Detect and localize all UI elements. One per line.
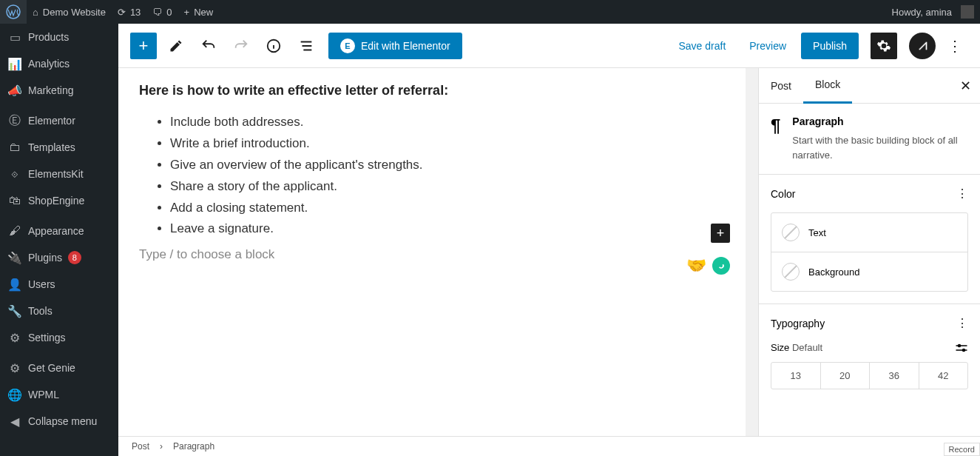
size-preset-13[interactable]: 13 (771, 363, 820, 389)
astra-button[interactable]: ⩘ (909, 33, 936, 59)
outline-button[interactable] (293, 33, 320, 59)
sidebar-item-label: ShopEngine (28, 195, 84, 207)
size-preset-36[interactable]: 36 (869, 363, 919, 389)
collapse-icon: ◀ (7, 414, 22, 429)
wrench-icon: 🔧 (7, 304, 22, 318)
redo-button[interactable] (228, 33, 254, 59)
sidebar-item-label: Tools (28, 305, 53, 317)
edit-with-elementor-button[interactable]: EEdit with Elementor (328, 33, 462, 59)
sidebar-item-elementskit[interactable]: ⟐ElementsKit (0, 161, 118, 187)
list-item[interactable]: Include both addresses. (170, 112, 737, 133)
sidebar-item-label: Templates (28, 141, 75, 153)
list-item[interactable]: Write a brief introduction. (170, 133, 737, 155)
text-color-swatch (782, 224, 800, 241)
record-label: Record (944, 443, 980, 456)
sidebar-item-templates[interactable]: 🗀Templates (0, 134, 118, 161)
tools-button[interactable] (163, 33, 189, 59)
sidebar-item-label: ElementsKit (28, 168, 84, 180)
sidebar-item-collapse-menu[interactable]: ◀Collapse menu (0, 408, 118, 435)
editor-topbar: + EEdit with Elementor Save draft Previe… (118, 24, 980, 68)
sidebar-item-products[interactable]: ▭Products (0, 24, 118, 50)
sidebar-item-label: Settings (28, 332, 66, 343)
chevron-right-icon: › (160, 441, 163, 452)
content-list[interactable]: Include both addresses.Write a brief int… (139, 112, 737, 240)
site-name-link[interactable]: ⌂Demo Website (27, 0, 112, 24)
comment-icon: 🗨 (152, 7, 162, 18)
size-custom-button[interactable] (955, 343, 968, 353)
sidebar-item-settings[interactable]: ⚙Settings (0, 324, 118, 351)
inspector-panel: Post Block ✕ ¶ Paragraph Start with the … (758, 68, 980, 436)
grammarly-icon[interactable] (712, 257, 730, 275)
sidebar-item-label: Plugins (28, 252, 62, 264)
sidebar-item-label: Marketing (28, 84, 73, 96)
tab-block[interactable]: Block (803, 68, 852, 104)
sidebar-item-marketing[interactable]: 📣Marketing (0, 77, 118, 104)
size-preset-42[interactable]: 42 (919, 363, 968, 389)
comments-link[interactable]: 🗨0 (146, 0, 178, 24)
sidebar-item-label: Get Genie (28, 362, 75, 374)
sidebar-item-analytics[interactable]: 📊Analytics (0, 50, 118, 77)
sidebar-item-appearance[interactable]: 🖌Appearance (0, 218, 118, 244)
size-preset-20[interactable]: 20 (820, 363, 870, 389)
list-item[interactable]: Add a closing statement. (170, 198, 737, 219)
sidebar-item-label: Elementor (28, 115, 75, 127)
svg-point-2 (959, 344, 961, 346)
size-presets: 13203642 (771, 362, 968, 389)
tab-post[interactable]: Post (759, 68, 803, 104)
save-draft-button[interactable]: Save draft (669, 40, 734, 52)
block-placeholder[interactable]: Type / to choose a block (139, 247, 737, 262)
info-button[interactable] (260, 33, 287, 59)
wp-logo[interactable] (0, 0, 27, 24)
elementor-icon: E (340, 38, 355, 53)
sliders-icon: ⚙ (7, 330, 22, 345)
sidebar-item-plugins[interactable]: 🔌Plugins8 (0, 244, 118, 271)
content-heading[interactable]: Here is how to write an effective letter… (139, 83, 737, 98)
sidebar-item-label: Appearance (28, 225, 84, 237)
block-description: Start with the basic building block of a… (792, 133, 968, 162)
sidebar-item-wpml[interactable]: 🌐WPML (0, 381, 118, 408)
box-icon: ▭ (7, 30, 22, 44)
user-icon: 👤 (7, 277, 22, 292)
sidebar-item-shopengine[interactable]: 🛍ShopEngine (0, 187, 118, 214)
size-value: Default (792, 342, 822, 353)
sidebar-item-label: WPML (28, 389, 59, 400)
publish-button[interactable]: Publish (801, 33, 859, 59)
background-color-button[interactable]: Background (771, 252, 967, 291)
typography-options-button[interactable]: ⋮ (956, 316, 968, 330)
sidebar-item-get-genie[interactable]: ⚙Get Genie (0, 355, 118, 381)
undo-button[interactable] (195, 33, 222, 59)
color-options-button[interactable]: ⋮ (956, 187, 968, 201)
typography-section-title: Typography (771, 318, 825, 329)
sidebar-item-label: Users (28, 278, 55, 290)
svg-point-3 (963, 349, 965, 351)
sidebar-item-label: Collapse menu (28, 415, 97, 427)
sidebar-item-tools[interactable]: 🔧Tools (0, 298, 118, 324)
badge: 8 (68, 251, 81, 264)
breadcrumb-post[interactable]: Post (132, 441, 149, 452)
list-item[interactable]: Leave a signature. (170, 218, 737, 240)
folder-icon: 🗀 (7, 140, 22, 155)
close-inspector-button[interactable]: ✕ (960, 78, 971, 94)
sidebar-item-users[interactable]: 👤Users (0, 271, 118, 298)
sidebar-item-elementor[interactable]: ⒺElementor (0, 107, 118, 134)
howdy-link[interactable]: Howdy, amina (886, 0, 980, 24)
list-item[interactable]: Share a story of the applicant. (170, 176, 737, 198)
scrollbar[interactable] (746, 68, 758, 436)
e-icon: Ⓔ (7, 113, 22, 128)
handshake-emoji[interactable]: 🤝 (686, 256, 706, 275)
text-color-button[interactable]: Text (771, 213, 967, 252)
preview-button[interactable]: Preview (740, 40, 795, 52)
breadcrumb-block[interactable]: Paragraph (173, 441, 214, 452)
more-options-button[interactable]: ⋮ (942, 37, 968, 55)
add-block-button[interactable]: + (130, 33, 157, 59)
content-area[interactable]: Here is how to write an effective letter… (118, 68, 758, 436)
editor: + EEdit with Elementor Save draft Previe… (118, 24, 980, 456)
paragraph-icon: ¶ (771, 115, 780, 136)
list-item[interactable]: Give an overview of the applicant's stre… (170, 155, 737, 176)
ek-icon: ⟐ (7, 167, 22, 181)
updates-link[interactable]: ⟳13 (112, 0, 146, 24)
settings-button[interactable] (871, 33, 897, 59)
mega-icon: 📣 (7, 83, 22, 98)
insert-block-button[interactable]: + (711, 224, 730, 243)
new-link[interactable]: +New (178, 0, 220, 24)
